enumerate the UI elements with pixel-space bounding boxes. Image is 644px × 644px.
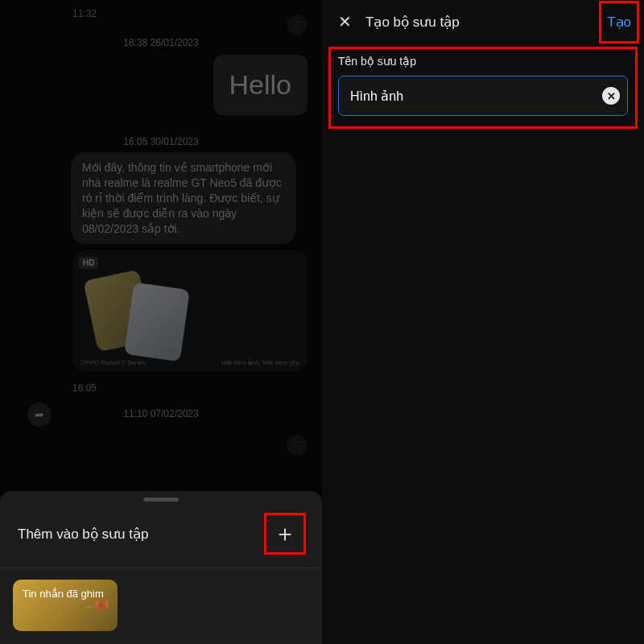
collection-name-form: Tên bộ sưu tập ✕ xyxy=(322,43,644,130)
bottom-sheet: Thêm vào bộ sưu tập ＋ Tin nhắn đã ghim 📌 xyxy=(0,491,322,644)
page-title: Tạo bộ sưu tập xyxy=(365,14,604,31)
card-caption-right: Mãi đêm ảnh, Mãi đêm yêu xyxy=(221,359,299,366)
msg-time: 16:05 xyxy=(0,382,322,394)
plus-icon: ＋ xyxy=(274,522,296,545)
field-label: Tên bộ sưu tập xyxy=(338,55,628,68)
heart-icon[interactable]: ♡ xyxy=(287,14,308,35)
create-button[interactable]: Tạo xyxy=(604,10,634,34)
outgoing-message[interactable]: Hello xyxy=(213,55,308,115)
collection-tile-pinned[interactable]: Tin nhắn đã ghim 📌 xyxy=(13,580,118,631)
sheet-title: Thêm vào bộ sưu tập xyxy=(18,526,148,543)
share-icon[interactable]: ➦ xyxy=(27,402,52,427)
create-button-label: Tạo xyxy=(607,14,631,30)
close-icon[interactable]: ✕ xyxy=(332,9,357,35)
topbar: ✕ Tạo bộ sưu tập Tạo xyxy=(322,0,644,43)
msg-time: 11:32 xyxy=(0,8,322,19)
date-separator: 18:38 26/01/2023 xyxy=(0,37,322,48)
date-separator: 16:05 30/01/2023 xyxy=(0,136,322,147)
link-preview-card[interactable]: HD OPPO Reno8 T Series Mãi đêm ảnh, Mãi … xyxy=(72,250,308,371)
heart-icon[interactable]: ♡ xyxy=(287,435,308,456)
collection-name-input[interactable] xyxy=(338,76,628,116)
clear-input-icon[interactable]: ✕ xyxy=(602,87,620,105)
incoming-message[interactable]: Mới đây, thông tin về smartphone mới nhà… xyxy=(71,152,296,244)
chat-screen: 11:32 ♡ 18:38 26/01/2023 Hello 16:05 30/… xyxy=(0,0,322,644)
add-collection-button[interactable]: ＋ xyxy=(266,514,304,553)
create-collection-screen: ✕ Tạo bộ sưu tập Tạo Tên bộ sưu tập ✕ xyxy=(322,0,644,644)
card-caption-left: OPPO Reno8 T Series xyxy=(80,359,146,366)
hd-badge: HD xyxy=(79,257,98,269)
